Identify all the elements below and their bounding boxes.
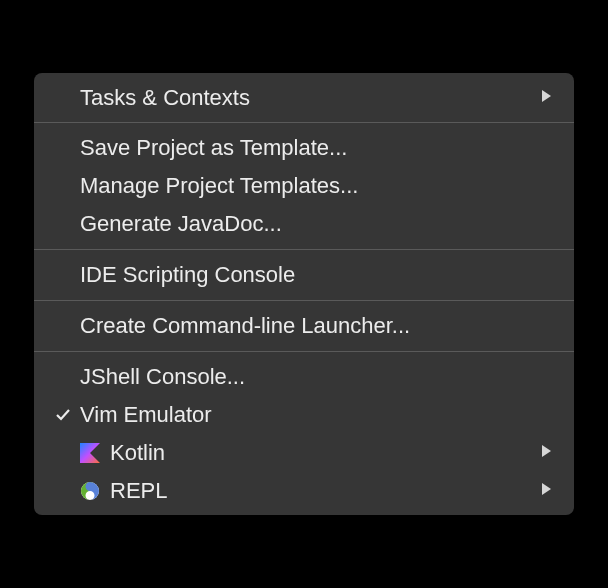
menu-item-repl[interactable]: REPL [34, 472, 574, 510]
menu-item-create-cli-launcher[interactable]: Create Command-line Launcher... [34, 307, 574, 345]
svg-marker-4 [542, 483, 551, 495]
menu-item-generate-javadoc[interactable]: Generate JavaDoc... [34, 205, 574, 243]
menu-item-manage-project-templates[interactable]: Manage Project Templates... [34, 167, 574, 205]
menu-item-vim-emulator[interactable]: Vim Emulator [34, 396, 574, 434]
menu-separator [34, 351, 574, 352]
chevron-right-icon [540, 479, 552, 502]
menu-separator [34, 300, 574, 301]
menu-item-kotlin[interactable]: Kotlin [34, 434, 574, 472]
menu-label: Tasks & Contexts [80, 82, 540, 114]
menu-item-tasks-contexts[interactable]: Tasks & Contexts [34, 79, 574, 117]
menu-label: REPL [110, 475, 540, 507]
chevron-right-icon [540, 86, 552, 109]
svg-marker-1 [80, 443, 100, 463]
menu-label: IDE Scripting Console [80, 259, 552, 291]
tools-menu: Tasks & Contexts Save Project as Templat… [34, 73, 574, 516]
menu-label: Vim Emulator [80, 399, 552, 431]
kotlin-icon [80, 443, 110, 463]
menu-label: Save Project as Template... [80, 132, 552, 164]
menu-label: Manage Project Templates... [80, 170, 552, 202]
menu-label: Generate JavaDoc... [80, 208, 552, 240]
menu-label: Kotlin [110, 437, 540, 469]
chevron-right-icon [540, 441, 552, 464]
checkmark-icon [54, 406, 80, 424]
menu-separator [34, 249, 574, 250]
menu-label: Create Command-line Launcher... [80, 310, 552, 342]
clojure-icon [80, 481, 110, 501]
menu-item-save-project-template[interactable]: Save Project as Template... [34, 129, 574, 167]
menu-separator [34, 122, 574, 123]
svg-marker-2 [542, 445, 551, 457]
menu-item-ide-scripting-console[interactable]: IDE Scripting Console [34, 256, 574, 294]
svg-marker-0 [542, 90, 551, 102]
menu-label: JShell Console... [80, 361, 552, 393]
menu-item-jshell-console[interactable]: JShell Console... [34, 358, 574, 396]
